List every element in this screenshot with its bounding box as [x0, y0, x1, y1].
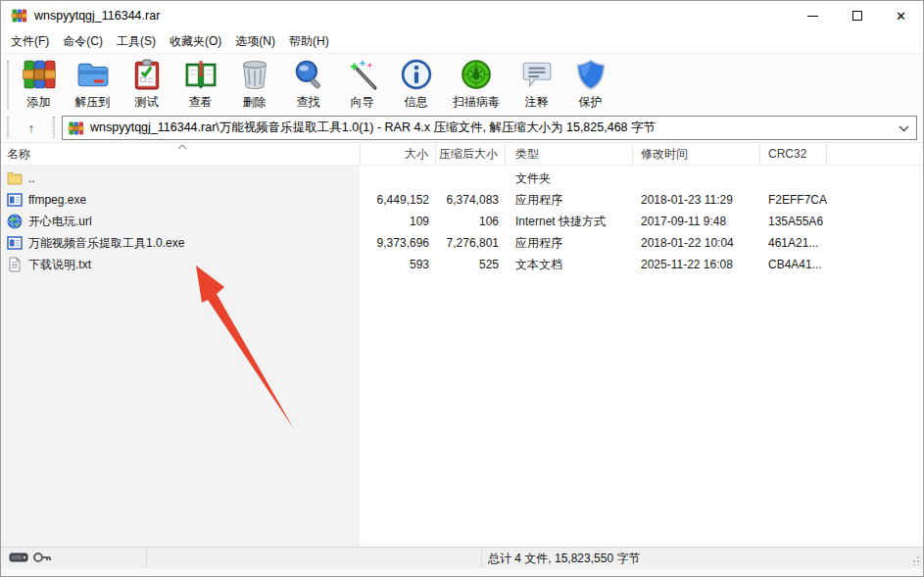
maximize-icon — [852, 11, 862, 21]
find-button[interactable]: 查找 — [281, 58, 335, 111]
file-packed-size: 6,374,083 — [436, 193, 506, 207]
address-grip-right[interactable] — [53, 117, 55, 138]
file-size: 109 — [361, 215, 436, 228]
window-bottom-edge — [1, 568, 923, 577]
file-crc: 461A21... — [760, 236, 827, 250]
info-button[interactable]: 信息 — [389, 58, 443, 111]
comment-button[interactable]: 注释 — [510, 58, 563, 111]
window-title: wnspyytqgj_116344.rar — [34, 9, 160, 23]
file-modified: 2025-11-22 16:08 — [633, 258, 760, 271]
column-header-filler — [827, 144, 923, 166]
delete-button[interactable]: 删除 — [227, 58, 281, 111]
menu-options[interactable]: 选项(N) — [235, 30, 284, 53]
add-button[interactable]: 添加 — [12, 58, 66, 111]
file-packed-size: 106 — [436, 215, 506, 228]
application-icon — [7, 192, 23, 208]
chevron-down-icon[interactable] — [899, 125, 909, 132]
column-header-crc32[interactable]: CRC32 — [760, 144, 827, 166]
close-button[interactable]: ✕ — [879, 1, 923, 30]
file-packed-size: 7,276,801 — [436, 236, 506, 250]
file-modified: 2018-01-22 10:04 — [633, 236, 760, 250]
extract-to-button[interactable]: 解压到 — [66, 58, 120, 111]
test-clipboard-icon — [130, 58, 164, 91]
file-list: .. 文件夹 ffmpeg.exe — [1, 166, 923, 547]
address-bar-row: ↑ wnspyytqgj_116344.rar\万能视频音乐提取工具1.0(1)… — [1, 113, 923, 143]
wizard-wand-icon — [346, 58, 379, 91]
file-row-parent-dir[interactable]: .. 文件夹 — [1, 168, 923, 189]
archive-path-combobox[interactable]: wnspyytqgj_116344.rar\万能视频音乐提取工具1.0(1) -… — [62, 116, 917, 140]
test-button[interactable]: 测试 — [120, 58, 173, 111]
file-name: 万能视频音乐提取工具1.0.exe — [28, 235, 184, 252]
globe-icon — [7, 214, 23, 229]
file-type: 应用程序 — [506, 192, 633, 209]
menu-tools[interactable]: 工具(S) — [117, 30, 165, 53]
folder-icon — [7, 170, 23, 186]
winrar-app-icon — [11, 8, 27, 24]
protect-button-label: 保护 — [579, 94, 603, 111]
file-type: 应用程序 — [506, 235, 633, 252]
menu-help[interactable]: 帮助(H) — [289, 30, 338, 53]
file-crc: 135A55A6 — [760, 215, 827, 228]
column-header-packed[interactable]: 压缩后大小 — [436, 144, 506, 166]
view-button[interactable]: 查看 — [173, 58, 227, 111]
application-icon — [7, 235, 23, 251]
menu-commands[interactable]: 命令(C) — [63, 30, 112, 53]
resize-grip-icon[interactable] — [910, 555, 920, 565]
statusbar-divider — [146, 550, 147, 567]
disk-drive-icon — [9, 551, 28, 564]
column-header-size[interactable]: 大小 — [361, 144, 436, 166]
menu-file[interactable]: 文件(F) — [11, 30, 58, 53]
protect-shield-icon — [574, 58, 608, 91]
comment-button-label: 注释 — [525, 94, 549, 111]
file-row-readme-txt[interactable]: 下载说明.txt 593 525 文本文档 2025-11-22 16:08 C… — [1, 254, 923, 275]
file-crc: CB4A41... — [760, 258, 827, 271]
file-name: 开心电玩.url — [28, 214, 92, 230]
scan-virus-button[interactable]: 扫描病毒 — [443, 58, 510, 111]
comment-icon — [520, 58, 554, 91]
toolbar-grip[interactable] — [7, 61, 9, 110]
menu-bar: 文件(F) 命令(C) 工具(S) 收藏夹(O) 选项(N) 帮助(H) — [1, 30, 923, 53]
find-magnifier-icon — [292, 58, 325, 91]
minimize-button[interactable] — [791, 1, 835, 30]
protect-button[interactable]: 保护 — [563, 58, 617, 111]
file-name: .. — [28, 171, 35, 185]
file-list-header: 名称 大小 压缩后大小 类型 修改时间 CRC32 — [1, 144, 923, 166]
extract-folder-icon — [76, 58, 110, 91]
info-button-label: 信息 — [405, 94, 428, 111]
view-book-icon — [184, 58, 218, 91]
add-button-label: 添加 — [27, 94, 51, 111]
column-header-modified[interactable]: 修改时间 — [633, 144, 760, 166]
maximize-button[interactable] — [835, 1, 879, 30]
file-size: 593 — [361, 258, 436, 271]
winrar-window: wnspyytqgj_116344.rar ✕ 文件(F) 命令(C) 工具(S… — [0, 0, 924, 577]
statusbar-total: 总计 4 文件, 15,823,550 字节 — [488, 551, 640, 567]
key-icon — [32, 551, 52, 564]
file-packed-size: 525 — [436, 258, 506, 271]
delete-button-label: 删除 — [243, 94, 267, 111]
file-type: Internet 快捷方式 — [506, 214, 633, 230]
file-name: ffmpeg.exe — [28, 193, 86, 207]
info-icon — [400, 58, 433, 91]
winrar-archive-icon — [23, 58, 56, 91]
file-row-extractor-exe[interactable]: 万能视频音乐提取工具1.0.exe 9,373,696 7,276,801 应用… — [1, 232, 923, 254]
up-arrow-icon: ↑ — [27, 120, 35, 136]
file-crc: F2EFF7CA — [760, 193, 827, 207]
scan-virus-button-label: 扫描病毒 — [453, 94, 500, 111]
file-size: 6,449,152 — [361, 193, 436, 207]
close-icon: ✕ — [896, 10, 906, 23]
menu-favorites[interactable]: 收藏夹(O) — [170, 30, 230, 53]
file-row-ffmpeg[interactable]: ffmpeg.exe 6,449,152 6,374,083 应用程序 2018… — [1, 189, 923, 211]
winrar-archive-small-icon — [68, 120, 84, 136]
wizard-button-label: 向导 — [351, 94, 374, 111]
column-header-type[interactable]: 类型 — [506, 144, 633, 166]
archive-path-value: wnspyytqgj_116344.rar\万能视频音乐提取工具1.0(1) -… — [90, 120, 656, 136]
status-bar: 总计 4 文件, 15,823,550 字节 — [1, 547, 923, 568]
up-one-level-button[interactable]: ↑ — [18, 116, 45, 140]
file-row-url[interactable]: 开心电玩.url 109 106 Internet 快捷方式 2017-09-1… — [1, 211, 923, 232]
statusbar-divider — [481, 550, 482, 567]
extract-to-button-label: 解压到 — [75, 94, 111, 111]
address-grip-left[interactable] — [7, 117, 9, 138]
title-bar: wnspyytqgj_116344.rar ✕ — [1, 1, 923, 30]
toolbar: 添加 解压到 测试 — [1, 53, 923, 113]
wizard-button[interactable]: 向导 — [335, 58, 389, 111]
